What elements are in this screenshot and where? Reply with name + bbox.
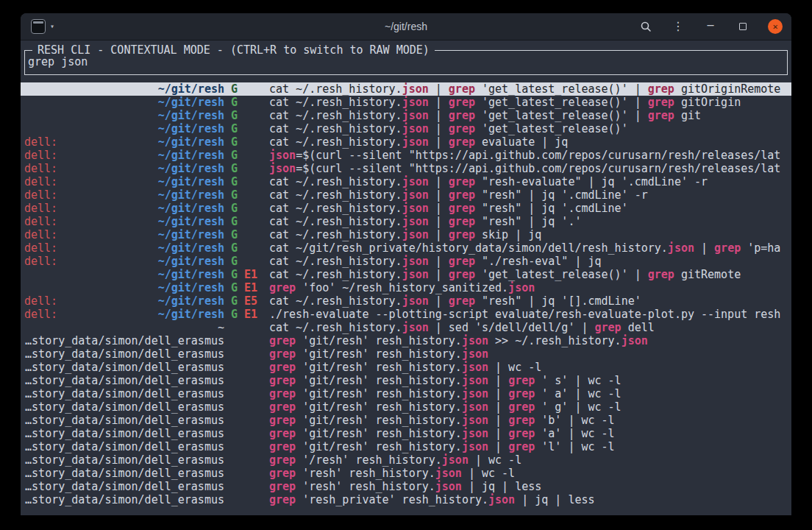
history-row[interactable]: dell:~/git/reshGjson=$(curl --silent "ht… xyxy=(21,162,791,175)
flags-label xyxy=(231,347,263,361)
flags-label xyxy=(231,374,263,387)
flags-label: G xyxy=(231,109,263,122)
flags-label: G xyxy=(231,175,263,188)
host-label: dell: xyxy=(24,228,57,241)
directory-label: ~/git/resh xyxy=(158,255,224,268)
command-text: grep 'git/resh' resh_history.json >> ~/.… xyxy=(269,334,788,347)
history-row[interactable]: …story_data/simon/dell_erasmusgrep 'git/… xyxy=(21,400,791,414)
history-row[interactable]: ~cat ~/.resh_history.json | sed 's/dell/… xyxy=(21,321,791,334)
terminal-content[interactable]: RESH CLI - CONTEXTUAL MODE - (CTRL+R to … xyxy=(21,40,791,515)
flags-label: G xyxy=(231,96,263,109)
history-list: ~/git/reshGcat ~/.resh_history.json | gr… xyxy=(21,82,791,506)
history-row[interactable]: dell:~/git/reshGcat ~/.resh_history.json… xyxy=(21,255,791,268)
flags-label xyxy=(231,453,263,467)
history-row[interactable]: …story_data/simon/dell_erasmusgrep 'git/… xyxy=(21,361,791,374)
history-row[interactable]: dell:~/git/reshGjson=$(curl --silent "ht… xyxy=(21,149,791,162)
directory-label: ~/git/resh xyxy=(158,109,224,122)
directory-label: …story_data/simon/dell_erasmus xyxy=(25,334,224,347)
directory-label: …story_data/simon/dell_erasmus xyxy=(25,361,224,374)
history-row[interactable]: …story_data/simon/dell_erasmusgrep 'resh… xyxy=(21,480,791,493)
command-text: cat ~/.resh_history.json | sed 's/dell/d… xyxy=(269,321,788,334)
close-button[interactable]: ✕ xyxy=(768,19,783,34)
directory-label: …story_data/simon/dell_erasmus xyxy=(25,480,224,493)
restore-button[interactable] xyxy=(736,19,750,34)
directory-label: ~/git/resh xyxy=(158,149,224,162)
directory-label: …story_data/simon/dell_erasmus xyxy=(25,453,224,467)
history-row[interactable]: …story_data/simon/dell_erasmusgrep 'resh… xyxy=(21,467,791,480)
host-label: dell: xyxy=(24,294,57,308)
terminal-app-icon xyxy=(31,19,46,34)
history-row[interactable]: ~/git/reshGcat ~/.resh_history.json | gr… xyxy=(21,96,791,109)
history-row[interactable]: …story_data/simon/dell_erasmusgrep 'git/… xyxy=(21,440,791,453)
history-row[interactable]: …story_data/simon/dell_erasmusgrep 'resh… xyxy=(21,493,791,506)
command-text: grep 'foo' ~/resh_history_sanitized.json xyxy=(269,281,788,294)
titlebar[interactable]: ▾ ~/git/resh ⋮ – ✕ xyxy=(21,13,791,40)
minimize-button[interactable]: – xyxy=(703,19,718,34)
flags-label xyxy=(231,493,263,506)
flags-label: G xyxy=(231,135,263,149)
flags-label: G xyxy=(231,188,263,202)
command-text: grep 'git/resh' resh_history.json | grep… xyxy=(269,427,788,440)
search-button[interactable] xyxy=(638,19,653,34)
command-text: cat ~/.resh_history.json | grep 'get_lat… xyxy=(269,268,788,281)
command-text: json=$(curl --silent "https://api.github… xyxy=(269,162,788,175)
host-label: dell: xyxy=(24,135,57,149)
command-text: json=$(curl --silent "https://api.github… xyxy=(269,149,788,162)
command-text: cat ~/git/resh_private/history_data/simo… xyxy=(269,241,788,255)
history-row[interactable]: dell:~/git/reshGcat ~/.resh_history.json… xyxy=(21,228,791,241)
command-text: cat ~/.resh_history.json | grep "resh" |… xyxy=(269,294,788,308)
history-row[interactable]: ~/git/reshGcat ~/.resh_history.json | gr… xyxy=(21,82,791,96)
directory-label: ~/git/resh xyxy=(158,122,224,135)
chevron-down-icon: ▾ xyxy=(50,23,54,30)
history-row[interactable]: ~/git/reshG E1cat ~/.resh_history.json |… xyxy=(21,268,791,281)
history-row[interactable]: ~/git/reshGcat ~/.resh_history.json | gr… xyxy=(21,122,791,135)
history-row[interactable]: …story_data/simon/dell_erasmusgrep 'git/… xyxy=(21,414,791,427)
host-label: dell: xyxy=(24,149,57,162)
history-row[interactable]: dell:~/git/reshGcat ~/git/resh_private/h… xyxy=(21,241,791,255)
command-text: grep 'git/resh' resh_history.json | wc -… xyxy=(269,361,788,374)
history-row[interactable]: ~/git/reshG E1grep 'foo' ~/resh_history_… xyxy=(21,281,791,294)
command-text: grep 'git/resh' resh_history.json | grep… xyxy=(269,374,788,387)
host-label: dell: xyxy=(24,188,57,202)
command-text: cat ~/.resh_history.json | grep "resh" |… xyxy=(269,188,788,202)
history-row[interactable]: dell:~/git/reshGcat ~/.resh_history.json… xyxy=(21,175,791,188)
history-row[interactable]: …story_data/simon/dell_erasmusgrep 'git/… xyxy=(21,427,791,440)
directory-label: …story_data/simon/dell_erasmus xyxy=(25,440,224,453)
command-text: grep 'git/resh' resh_history.json xyxy=(269,347,788,361)
command-text: grep 'resh' resh_history.json | wc -l xyxy=(269,467,788,480)
flags-label xyxy=(231,427,263,440)
flags-label: G E5 xyxy=(231,294,263,308)
history-row[interactable]: …story_data/simon/dell_erasmusgrep 'git/… xyxy=(21,347,791,361)
history-row[interactable]: dell:~/git/reshGcat ~/.resh_history.json… xyxy=(21,188,791,202)
history-row[interactable]: dell:~/git/reshG E5cat ~/.resh_history.j… xyxy=(21,294,791,308)
history-row[interactable]: …story_data/simon/dell_erasmusgrep 'git/… xyxy=(21,387,791,400)
directory-label: ~/git/resh xyxy=(158,308,224,321)
command-text: grep '/resh' resh_history.json | wc -l xyxy=(269,453,788,467)
menu-button[interactable]: ⋮ xyxy=(671,19,685,34)
directory-label: ~/git/resh xyxy=(158,215,224,228)
history-row[interactable]: ~/git/reshGcat ~/.resh_history.json | gr… xyxy=(21,109,791,122)
flags-label: G xyxy=(231,215,263,228)
command-text: cat ~/.resh_history.json | grep "resh" |… xyxy=(269,202,788,215)
history-row[interactable]: …story_data/simon/dell_erasmusgrep '/res… xyxy=(21,453,791,467)
command-text: grep 'resh_private' resh_history.json | … xyxy=(269,493,788,506)
history-row[interactable]: …story_data/simon/dell_erasmusgrep 'git/… xyxy=(21,334,791,347)
command-text: grep 'resh' resh_history.json | jq | les… xyxy=(269,480,788,493)
flags-label: G E1 xyxy=(231,281,263,294)
history-row[interactable]: dell:~/git/reshG E1./resh-evaluate --plo… xyxy=(21,308,791,321)
flags-label xyxy=(231,321,263,334)
flags-label xyxy=(231,480,263,493)
host-label: dell: xyxy=(24,175,57,188)
history-row[interactable]: dell:~/git/reshGcat ~/.resh_history.json… xyxy=(21,215,791,228)
command-text: cat ~/.resh_history.json | grep "resh" |… xyxy=(269,215,788,228)
directory-label: ~/git/resh xyxy=(158,268,224,281)
history-row[interactable]: …story_data/simon/dell_erasmusgrep 'git/… xyxy=(21,374,791,387)
directory-label: ~/git/resh xyxy=(158,228,224,241)
command-text: grep 'git/resh' resh_history.json | grep… xyxy=(269,440,788,453)
directory-label: ~/git/resh xyxy=(158,202,224,215)
flags-label xyxy=(231,414,263,427)
command-text: grep 'git/resh' resh_history.json | grep… xyxy=(269,387,788,400)
history-row[interactable]: dell:~/git/reshGcat ~/.resh_history.json… xyxy=(21,202,791,215)
history-row[interactable]: dell:~/git/reshGcat ~/.resh_history.json… xyxy=(21,135,791,149)
app-menu-button[interactable]: ▾ xyxy=(31,19,54,34)
